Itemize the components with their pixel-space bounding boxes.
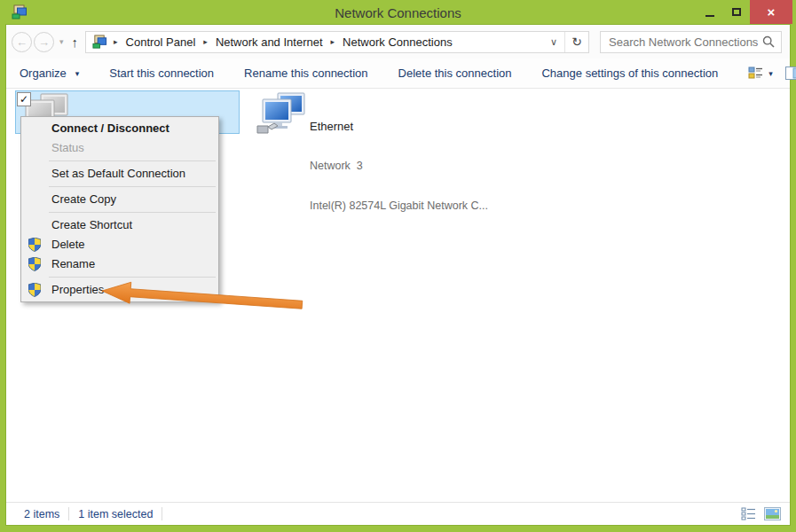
window-body: ← → ▾ ↑ ▸ Control Panel ▸ Network and In… (6, 25, 790, 525)
breadcrumb-control-panel[interactable]: Control Panel (122, 35, 200, 50)
forward-icon: → (38, 35, 50, 49)
delete-connection-button[interactable]: Delete this connection (398, 66, 512, 80)
recent-pages-dropdown[interactable]: ▾ (59, 37, 64, 46)
check-icon: ✓ (20, 93, 28, 106)
maximize-icon (732, 8, 741, 16)
crumb-separator-icon: ▸ (199, 37, 212, 46)
menu-item-properties[interactable]: Properties (21, 280, 218, 300)
command-bar: Organize ▾ Start this connection Rename … (6, 59, 790, 89)
menu-separator (49, 186, 216, 187)
menu-item-connect-disconnect[interactable]: Connect / Disconnect (21, 119, 218, 138)
navigation-bar: ← → ▾ ↑ ▸ Control Panel ▸ Network and In… (6, 25, 790, 59)
start-connection-button[interactable]: Start this connection (109, 66, 214, 80)
breadcrumb-network-connections[interactable]: Network Connections (339, 35, 456, 50)
status-divider (68, 507, 69, 520)
up-button[interactable]: ↑ (72, 35, 79, 50)
network-connections-window: Network Connections × ← → ▾ ↑ ▸ Control … (0, 0, 796, 532)
status-divider (162, 507, 162, 520)
menu-item-create-copy[interactable]: Create Copy (21, 190, 218, 209)
address-bar[interactable]: ▸ Control Panel ▸ Network and Internet ▸… (85, 31, 589, 53)
close-icon: × (768, 4, 776, 20)
uac-shield-icon (28, 238, 41, 252)
selection-count: 1 item selected (78, 508, 153, 520)
ethernet-connection-icon (256, 92, 309, 135)
connection-network: Network 3 (310, 160, 488, 173)
item-checkbox[interactable]: ✓ (17, 92, 31, 106)
context-menu: Connect / Disconnect Status Set as Defau… (20, 116, 219, 302)
search-icon (762, 35, 775, 48)
rename-connection-button[interactable]: Rename this connection (244, 66, 367, 80)
connection-adapter: Intel(R) 82574L Gigabit Network C... (310, 200, 488, 213)
refresh-icon[interactable]: ↻ (565, 35, 588, 49)
connections-list: ✓ vpc1 Disconnected (6, 89, 790, 502)
menu-item-set-default[interactable]: Set as Default Connection (21, 164, 218, 184)
address-dropdown-icon[interactable]: ∨ (543, 36, 564, 48)
menu-separator (49, 277, 216, 278)
menu-item-rename[interactable]: Rename (21, 254, 218, 274)
forward-button[interactable]: → (34, 32, 54, 52)
menu-item-create-shortcut[interactable]: Create Shortcut (21, 215, 218, 235)
title-bar: Network Connections × (0, 0, 796, 25)
organize-caret-icon: ▾ (75, 69, 80, 78)
location-icon (92, 35, 107, 50)
connection-tile-ethernet[interactable]: Ethernet Network 3 Intel(R) 82574L Gigab… (253, 90, 475, 134)
crumb-separator-icon: ▸ (109, 37, 122, 46)
uac-shield-icon (28, 283, 41, 297)
status-bar: 2 items 1 item selected (6, 502, 790, 525)
large-icons-view-icon[interactable] (764, 507, 781, 520)
breadcrumb-network-and-internet[interactable]: Network and Internet (212, 35, 327, 50)
details-view-icon[interactable] (741, 507, 756, 520)
window-title: Network Connections (0, 5, 796, 20)
minimize-icon (705, 15, 714, 17)
crumb-separator-icon: ▸ (327, 37, 340, 46)
change-view-icon[interactable] (748, 66, 763, 80)
back-button[interactable]: ← (12, 32, 32, 52)
uac-shield-icon (28, 257, 41, 271)
search-input[interactable] (609, 35, 762, 49)
search-box[interactable] (600, 31, 782, 53)
maximize-button[interactable] (723, 0, 750, 24)
view-caret-icon[interactable]: ▾ (768, 69, 773, 78)
organize-button[interactable]: Organize (20, 66, 67, 80)
back-icon: ← (16, 35, 28, 49)
item-count: 2 items (24, 508, 59, 520)
preview-pane-icon[interactable] (785, 66, 796, 80)
close-button[interactable]: × (750, 0, 792, 24)
minimize-button[interactable] (697, 0, 723, 24)
connection-name: Ethernet (310, 120, 488, 133)
change-settings-button[interactable]: Change settings of this connection (541, 66, 718, 80)
menu-separator (49, 160, 216, 161)
menu-separator (49, 212, 216, 213)
menu-item-status: Status (21, 138, 218, 158)
menu-item-delete[interactable]: Delete (21, 235, 218, 254)
